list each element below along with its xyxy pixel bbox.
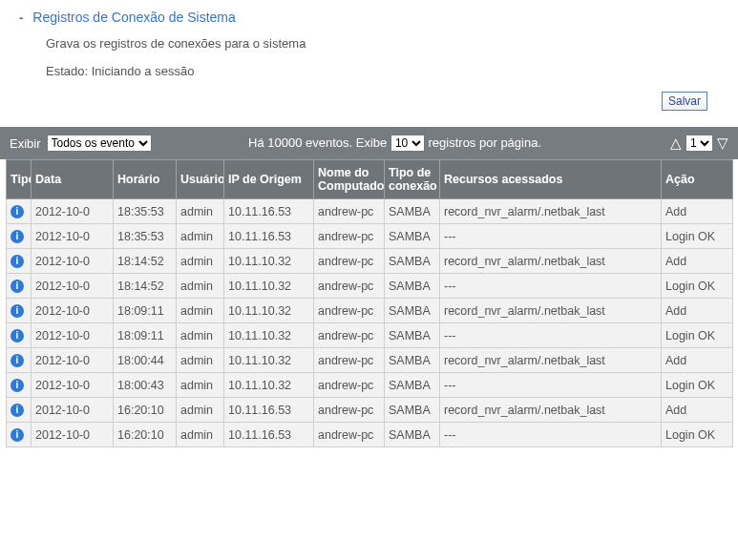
cell-act: Login OK: [662, 274, 733, 299]
section-title: Registros de Conexão de Sistema: [32, 10, 235, 25]
section-description: Grava os registros de conexões para o si…: [46, 36, 728, 51]
cell-host: andrew-pc: [314, 398, 385, 423]
status-text: Estado: Iniciando a sessão: [46, 64, 728, 78]
cell-conn: SAMBA: [385, 274, 440, 299]
info-icon: i: [11, 230, 24, 243]
col-host[interactable]: Nome do Computador: [314, 160, 385, 199]
cell-res: record_nvr_alarm/.netbak_last: [440, 249, 662, 274]
cell-user: admin: [177, 224, 224, 249]
cell-date: 2012-10-0: [32, 373, 114, 398]
cell-res: record_nvr_alarm/.netbak_last: [440, 299, 662, 323]
cell-type: i: [7, 274, 32, 299]
cell-conn: SAMBA: [385, 323, 440, 348]
cell-type: i: [7, 373, 32, 398]
cell-type: i: [7, 348, 32, 373]
cell-act: Add: [662, 398, 733, 423]
cell-res: ---: [440, 423, 662, 447]
log-table: Tipo Data Horário Usuário IP de Origem N…: [6, 159, 733, 447]
table-row: i2012-10-016:20:10admin10.11.16.53andrew…: [7, 423, 733, 447]
events-summary: Há 10000 eventos. Exibe 10 registros por…: [248, 135, 670, 152]
info-icon: i: [11, 404, 24, 417]
cell-act: Add: [662, 199, 733, 224]
cell-ip: 10.11.10.32: [224, 299, 314, 323]
cell-act: Add: [662, 249, 733, 274]
cell-user: admin: [177, 274, 224, 299]
col-action[interactable]: Ação: [662, 160, 733, 199]
info-icon: i: [11, 304, 24, 318]
cell-user: admin: [177, 348, 224, 373]
cell-time: 18:09:11: [114, 323, 177, 348]
cell-type: i: [7, 224, 32, 249]
cell-conn: SAMBA: [385, 348, 440, 373]
cell-time: 18:09:11: [114, 299, 177, 323]
table-header-row: Tipo Data Horário Usuário IP de Origem N…: [7, 160, 733, 199]
col-time[interactable]: Horário: [114, 160, 177, 199]
save-button[interactable]: Salvar: [662, 92, 707, 111]
page-select[interactable]: 1: [685, 135, 713, 152]
cell-res: record_nvr_alarm/.netbak_last: [440, 348, 662, 373]
info-icon: i: [11, 280, 24, 293]
cell-date: 2012-10-0: [32, 348, 114, 373]
info-icon: i: [11, 329, 24, 342]
cell-res: ---: [440, 323, 662, 348]
cell-time: 18:14:52: [114, 249, 177, 274]
cell-act: Login OK: [662, 373, 733, 398]
cell-act: Login OK: [662, 323, 733, 348]
cell-user: admin: [177, 423, 224, 447]
cell-host: andrew-pc: [314, 423, 385, 447]
cell-date: 2012-10-0: [32, 249, 114, 274]
col-resources[interactable]: Recursos acessados: [440, 160, 662, 199]
cell-host: andrew-pc: [314, 224, 385, 249]
cell-time: 18:14:52: [114, 274, 177, 299]
cell-res: record_nvr_alarm/.netbak_last: [440, 398, 662, 423]
table-row: i2012-10-018:09:11admin10.11.10.32andrew…: [7, 299, 733, 323]
cell-ip: 10.11.16.53: [224, 398, 314, 423]
col-conn[interactable]: Tipo de conexão: [385, 160, 440, 199]
cell-user: admin: [177, 299, 224, 323]
col-type[interactable]: Tipo: [7, 160, 32, 199]
col-ip[interactable]: IP de Origem: [224, 160, 314, 199]
cell-act: Add: [662, 299, 733, 323]
cell-date: 2012-10-0: [32, 274, 114, 299]
col-date[interactable]: Data: [32, 160, 114, 199]
cell-conn: SAMBA: [385, 398, 440, 423]
table-row: i2012-10-018:00:43admin10.11.10.32andrew…: [7, 373, 733, 398]
info-icon: i: [11, 255, 24, 268]
cell-time: 18:35:53: [114, 224, 177, 249]
cell-res: ---: [440, 224, 662, 249]
cell-ip: 10.11.10.32: [224, 348, 314, 373]
cell-host: andrew-pc: [314, 323, 385, 348]
info-icon: i: [11, 354, 24, 367]
cell-conn: SAMBA: [385, 423, 440, 447]
cell-time: 18:00:44: [114, 348, 177, 373]
prev-page-icon[interactable]: △: [670, 135, 682, 152]
info-icon: i: [11, 379, 24, 392]
cell-ip: 10.11.10.32: [224, 274, 314, 299]
cell-type: i: [7, 423, 32, 447]
event-filter-select[interactable]: Todos os evento: [47, 135, 152, 152]
cell-conn: SAMBA: [385, 249, 440, 274]
cell-conn: SAMBA: [385, 373, 440, 398]
cell-ip: 10.11.16.53: [224, 423, 314, 447]
cell-date: 2012-10-0: [32, 398, 114, 423]
cell-date: 2012-10-0: [32, 423, 114, 447]
next-page-icon[interactable]: ▽: [717, 135, 728, 152]
cell-conn: SAMBA: [385, 199, 440, 224]
cell-ip: 10.11.10.32: [224, 323, 314, 348]
cell-act: Add: [662, 348, 733, 373]
cell-user: admin: [177, 398, 224, 423]
table-row: i2012-10-018:35:53admin10.11.16.53andrew…: [7, 199, 733, 224]
cell-ip: 10.11.16.53: [224, 224, 314, 249]
cell-user: admin: [177, 199, 224, 224]
col-user[interactable]: Usuário: [177, 160, 224, 199]
cell-time: 18:00:43: [114, 373, 177, 398]
table-row: i2012-10-018:14:52admin10.11.10.32andrew…: [7, 249, 733, 274]
cell-time: 16:20:10: [114, 423, 177, 447]
page-size-select[interactable]: 10: [390, 135, 425, 152]
collapse-toggle[interactable]: -: [10, 10, 23, 25]
cell-date: 2012-10-0: [32, 323, 114, 348]
info-icon: i: [11, 205, 24, 218]
show-label: Exibir: [10, 136, 41, 151]
cell-time: 16:20:10: [114, 398, 177, 423]
table-row: i2012-10-018:35:53admin10.11.16.53andrew…: [7, 224, 733, 249]
